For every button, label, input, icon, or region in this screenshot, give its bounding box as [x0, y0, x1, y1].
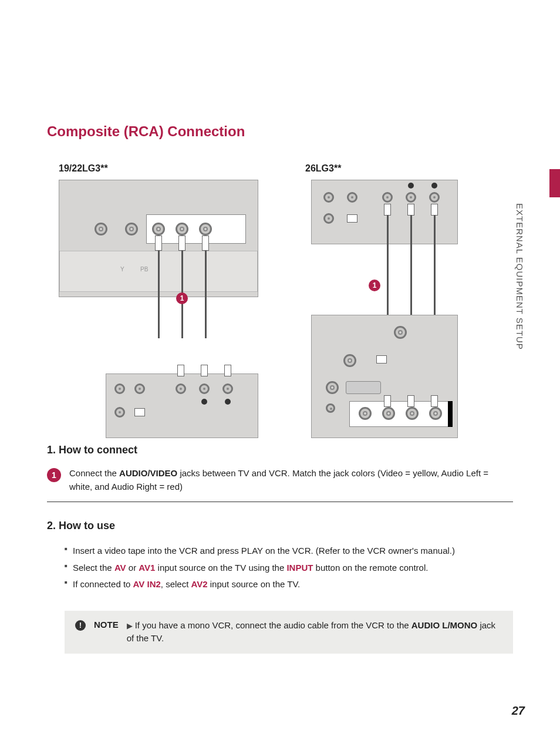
- page-number: 27: [512, 704, 525, 718]
- diagram-label-right: 26LG3**: [305, 163, 470, 174]
- how-to-connect-heading: 1. How to connect: [47, 444, 513, 456]
- vcr-panel-bottom: [106, 374, 258, 438]
- vcr-panel-top: [311, 180, 458, 244]
- note-label: NOTE: [94, 620, 119, 630]
- cable-badge-1-left: 1: [176, 292, 188, 304]
- how-to-use-heading: 2. How to use: [47, 520, 513, 532]
- manual-page: EXTERNAL EQUIPMENT SETUP Composite (RCA)…: [0, 0, 560, 747]
- connect-step-1: 1 Connect the AUDIO/VIDEO jacks between …: [47, 467, 513, 502]
- arrow-icon: ▶: [127, 621, 133, 630]
- text-bold-av: AUDIO/VIDEO: [119, 468, 177, 478]
- diagram-19-22lg3: 19/22LG3** Y PB: [59, 163, 270, 415]
- step-number-badge: 1: [47, 468, 61, 482]
- use-bullet-2: Select the AV or AV1 input source on the…: [65, 560, 513, 577]
- diagram-label-left: 19/22LG3**: [59, 163, 270, 174]
- use-bullet-3: If connected to AV IN2, select AV2 input…: [65, 576, 513, 593]
- note-text: ▶If you have a mono VCR, connect the aud…: [127, 619, 502, 645]
- connect-step-text: Connect the AUDIO/VIDEO jacks between TV…: [69, 467, 513, 493]
- note-box: ! NOTE ▶If you have a mono VCR, connect …: [65, 611, 513, 654]
- side-section-label: EXTERNAL EQUIPMENT SETUP: [515, 203, 525, 350]
- connection-diagrams: 19/22LG3** Y PB: [59, 163, 513, 415]
- component-y-label: Y: [120, 266, 124, 272]
- text-pre: Connect the: [69, 468, 119, 478]
- use-bullet-1: Insert a video tape into the VCR and pre…: [65, 543, 513, 560]
- info-icon: !: [75, 620, 86, 631]
- tv-panel-bottom: [311, 315, 458, 438]
- diagram-26lg3: 26LG3**: [305, 163, 470, 415]
- cable-badge-1-right: 1: [369, 280, 380, 291]
- how-to-use-list: Insert a video tape into the VCR and pre…: [65, 543, 513, 593]
- page-title: Composite (RCA) Connection: [47, 123, 513, 140]
- component-pb-label: PB: [140, 266, 148, 272]
- side-accent-tab: [549, 169, 560, 197]
